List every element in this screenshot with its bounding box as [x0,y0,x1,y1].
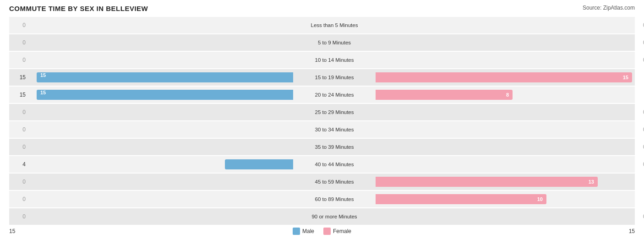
chart-row: 045 to 59 Minutes1313 [9,174,635,190]
female-bar-area: 10 [376,194,641,204]
male-value: 4 [9,161,27,168]
male-value: 0 [9,213,27,220]
chart-row: 025 to 29 Minutes0 [9,104,635,120]
male-bar-area [27,159,293,169]
male-value: 0 [9,22,27,28]
chart-wrapper: COMMUTE TIME BY SEX IN BELLEVIEW Source:… [9,5,635,235]
row-label: 25 to 29 Minutes [293,109,376,115]
chart-header: COMMUTE TIME BY SEX IN BELLEVIEW Source:… [9,5,635,12]
chart-row: 030 to 34 Minutes0 [9,121,635,138]
female-bar-area: 13 [376,177,641,187]
row-label: Less than 5 Minutes [293,22,376,28]
legend-female-box [323,228,331,235]
male-bar-area: 15 [27,90,293,100]
row-label: 35 to 39 Minutes [293,144,376,150]
row-label: 45 to 59 Minutes [293,179,376,185]
row-label: 10 to 14 Minutes [293,57,376,63]
row-label: 30 to 34 Minutes [293,127,376,132]
male-value: 0 [9,109,27,115]
chart-row: 060 to 89 Minutes1010 [9,191,635,207]
male-bar: 15 [37,72,293,82]
female-bar-area: 8 [376,90,641,100]
legend-male-box [293,228,300,235]
chart-row: 090 or more Minutes0 [9,208,635,225]
chart-row: 0Less than 5 Minutes0 [9,17,635,33]
footer-right-val: 15 [617,228,635,234]
footer-left-val: 15 [9,228,27,234]
male-value: 0 [9,144,27,150]
female-bar-area: 15 [376,72,641,82]
chart-row: 05 to 9 Minutes0 [9,34,635,51]
legend-male-label: Male [302,228,314,234]
female-value: 0 [641,22,644,28]
row-label: 90 or more Minutes [293,214,376,219]
row-label: 5 to 9 Minutes [293,40,376,45]
chart-legend: Male Female [293,228,351,235]
chart-row: 035 to 39 Minutes0 [9,139,635,155]
male-value: 0 [9,196,27,202]
female-value: 0 [641,57,644,63]
male-bar [225,159,293,169]
male-bar: 15 [37,90,293,100]
chart-row: 440 to 44 Minutes0 [9,156,635,173]
male-value: 0 [9,126,27,133]
female-value: 0 [641,213,644,220]
chart-source: Source: ZipAtlas.com [583,5,635,11]
female-value: 0 [641,39,644,46]
chart-title: COMMUTE TIME BY SEX IN BELLEVIEW [9,5,148,12]
chart-row: 151515 to 19 Minutes1515 [9,69,635,86]
row-label: 40 to 44 Minutes [293,162,376,167]
row-label: 60 to 89 Minutes [293,196,376,202]
male-value: 0 [9,39,27,46]
female-bar: 13 [376,177,598,187]
male-value: 15 [9,74,27,81]
male-value: 0 [9,57,27,63]
row-label: 15 to 19 Minutes [293,75,376,80]
chart-row: 010 to 14 Minutes0 [9,52,635,68]
female-bar: 10 [376,194,546,204]
legend-female: Female [323,228,351,235]
male-bar-area: 15 [27,72,293,82]
chart-row: 151520 to 24 Minutes88 [9,87,635,103]
female-value: 0 [641,161,644,168]
female-bar: 8 [376,90,513,100]
row-label: 20 to 24 Minutes [293,92,376,98]
female-value: 0 [641,126,644,133]
chart-footer: 15 Male Female 15 [9,228,635,235]
female-bar: 15 [376,72,632,82]
legend-female-label: Female [333,228,351,234]
female-value: 0 [641,109,644,115]
legend-male: Male [293,228,314,235]
female-value: 0 [641,144,644,150]
male-value: 15 [9,92,27,98]
chart-body: 0Less than 5 Minutes005 to 9 Minutes0010… [9,17,635,225]
male-value: 0 [9,179,27,185]
